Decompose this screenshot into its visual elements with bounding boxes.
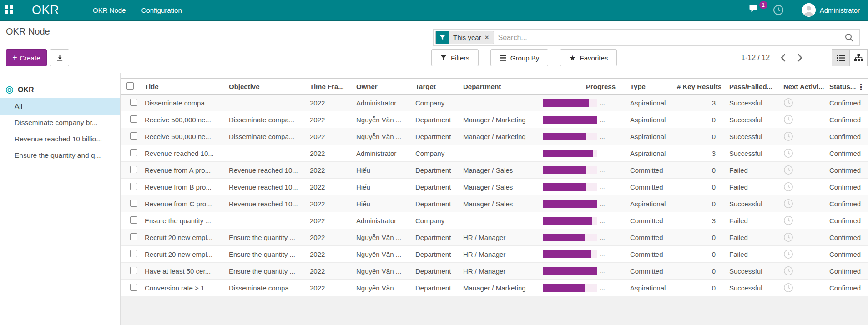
table-row[interactable]: Recruit 20 new empl... Ensure the quanti… — [121, 229, 868, 246]
row-checkbox[interactable] — [130, 166, 137, 173]
next-activity-clock-icon[interactable] — [783, 165, 793, 175]
table-row[interactable]: Disseminate compa... 2022 Administrator … — [121, 95, 868, 111]
next-activity-clock-icon[interactable] — [783, 199, 793, 209]
cell-progress: ... — [539, 234, 621, 241]
hierarchy-view-button[interactable] — [849, 49, 868, 66]
cell-next-activity — [773, 283, 826, 293]
row-checkbox[interactable] — [130, 233, 137, 240]
menu-configuration[interactable]: Configuration — [140, 4, 184, 17]
next-activity-clock-icon[interactable] — [783, 182, 793, 192]
next-activity-clock-icon[interactable] — [783, 148, 793, 158]
cell-title: Revenue from A pro... — [141, 166, 225, 174]
sidebar-item[interactable]: Ensure the quantity and q... — [0, 147, 120, 164]
cell-time-frame: 2022 — [306, 250, 353, 258]
table-row[interactable]: Revenue reached 10... 2022 Administrator… — [121, 145, 868, 162]
export-button[interactable] — [50, 49, 69, 66]
header-progress[interactable]: Progress — [539, 83, 621, 90]
cell-status: Confirmed — [826, 217, 868, 225]
list-view-button[interactable] — [832, 49, 850, 66]
cell-progress: ... — [539, 217, 621, 225]
group-by-button[interactable]: Group By — [490, 49, 548, 66]
cell-next-activity — [773, 98, 826, 108]
column-options-icon[interactable]: ⋮ — [855, 79, 867, 95]
cell-time-frame: 2022 — [306, 133, 353, 140]
app-brand[interactable]: OKR — [32, 3, 59, 17]
row-checkbox[interactable] — [130, 267, 137, 274]
row-checkbox[interactable] — [130, 250, 137, 257]
header-target[interactable]: Target — [412, 83, 459, 90]
apps-menu-icon[interactable] — [5, 5, 14, 15]
messages-icon[interactable]: 1 — [749, 4, 761, 16]
row-checkbox[interactable] — [130, 99, 137, 106]
next-activity-clock-icon[interactable] — [783, 131, 793, 141]
header-time-frame[interactable]: Time Fra... — [306, 83, 353, 90]
next-activity-clock-icon[interactable] — [783, 283, 793, 293]
progress-fill — [543, 133, 586, 140]
header-title[interactable]: Title — [141, 83, 225, 90]
row-checkbox[interactable] — [130, 149, 137, 156]
header-department[interactable]: Department — [459, 83, 539, 90]
cell-status: Confirmed — [826, 250, 868, 258]
cell-next-activity — [773, 199, 826, 209]
cell-owner: Administrator — [353, 217, 412, 225]
progress-bar — [543, 99, 597, 107]
table-row[interactable]: Conversion rate > 1... Disseminate compa… — [121, 280, 868, 296]
next-activity-clock-icon[interactable] — [783, 249, 793, 259]
create-button[interactable]: + Create — [6, 49, 47, 66]
cell-progress: ... — [539, 150, 621, 157]
filters-button[interactable]: Filters — [431, 49, 479, 66]
table-row[interactable]: Receive 500,000 ne... Disseminate compa.… — [121, 111, 868, 128]
next-activity-clock-icon[interactable] — [783, 98, 793, 108]
next-activity-clock-icon[interactable] — [783, 215, 793, 225]
search-icon[interactable] — [845, 33, 853, 42]
cell-status: Confirmed — [826, 267, 868, 275]
select-all-checkbox[interactable] — [126, 82, 134, 90]
table-row[interactable]: Ensure the quantity ... 2022 Administrat… — [121, 212, 868, 229]
cell-next-activity — [773, 131, 826, 141]
table-row[interactable]: Receive 500,000 ne... Disseminate compa.… — [121, 128, 868, 145]
pager-range: 1-12 / 12 — [741, 54, 770, 62]
sidebar-item[interactable]: Disseminate company br... — [0, 115, 120, 131]
next-activity-clock-icon[interactable] — [783, 266, 793, 276]
sidebar-root-okr[interactable]: OKR — [0, 82, 120, 98]
pager-next-icon[interactable] — [797, 54, 802, 62]
next-activity-clock-icon[interactable] — [783, 115, 793, 125]
table-row[interactable]: Recruit 20 new empl... Ensure the quanti… — [121, 246, 868, 263]
table-row[interactable]: Revenue from C pro... Revenue reached 10… — [121, 195, 868, 212]
menu-okr-node[interactable]: OKR Node — [91, 4, 128, 17]
user-menu[interactable]: Administrator — [820, 6, 860, 14]
cell-objective: Ensure the quantity ... — [225, 267, 306, 275]
cell-title: Recruit 20 new empl... — [141, 234, 225, 241]
progress-truncated-text: ... — [600, 183, 605, 190]
table-row[interactable]: Have at least 50 cer... Ensure the quant… — [121, 263, 868, 280]
row-checkbox[interactable] — [130, 284, 137, 291]
header-next-activity[interactable]: Next Activi... — [773, 83, 826, 90]
header-key-results[interactable]: # Key Results — [673, 83, 721, 90]
progress-truncated-text: ... — [600, 150, 605, 157]
avatar[interactable] — [802, 3, 816, 17]
search-input[interactable] — [498, 34, 845, 42]
facet-remove-icon[interactable]: ✕ — [484, 31, 494, 44]
row-checkbox[interactable] — [130, 200, 137, 207]
favorites-button[interactable]: ★ Favorites — [560, 49, 617, 66]
sidebar-item-label: Ensure the quantity and q... — [15, 151, 101, 160]
table-row[interactable]: Revenue from A pro... Revenue reached 10… — [121, 162, 868, 179]
row-checkbox[interactable] — [130, 132, 137, 140]
table-row[interactable]: Revenue from B pro... Revenue reached 10… — [121, 179, 868, 195]
activities-icon[interactable] — [773, 5, 784, 15]
next-activity-clock-icon[interactable] — [783, 232, 793, 242]
header-owner[interactable]: Owner — [353, 83, 412, 90]
cell-status: Confirmed — [826, 183, 868, 191]
header-objective[interactable]: Objective — [225, 83, 306, 90]
cell-title: Revenue reached 10... — [141, 150, 225, 157]
row-checkbox[interactable] — [130, 115, 137, 123]
cell-status: Confirmed — [826, 234, 868, 241]
sidebar-item[interactable]: All — [0, 98, 120, 115]
sidebar-item[interactable]: Revenue reached 10 billio... — [0, 131, 120, 147]
header-pass-failed[interactable]: Pass/Failed... — [721, 83, 773, 90]
cell-type: Committed — [621, 250, 673, 258]
pager-prev-icon[interactable] — [781, 54, 786, 62]
row-checkbox[interactable] — [130, 216, 137, 224]
row-checkbox[interactable] — [130, 183, 137, 190]
header-type[interactable]: Type — [621, 83, 673, 90]
